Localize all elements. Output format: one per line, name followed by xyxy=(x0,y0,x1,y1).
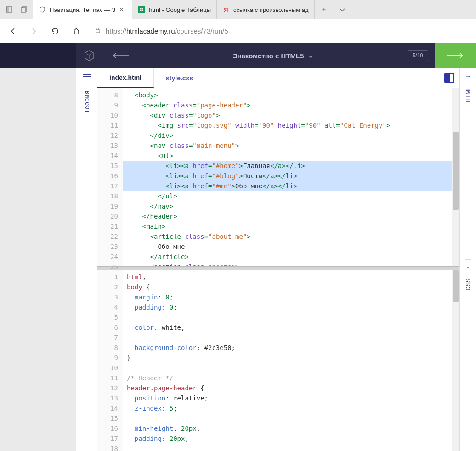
browser-tab-0[interactable]: Навигация. Тег nav — З ✕ xyxy=(33,0,132,19)
browser-tab-strip: Навигация. Тег nav — З ✕ html - Google Т… xyxy=(0,0,476,19)
main-area: Теория index.html style.css 891011121314… xyxy=(0,68,476,451)
new-tab-button[interactable]: ＋ xyxy=(315,0,333,19)
browser-tab-1[interactable]: html - Google Таблицы xyxy=(132,0,217,19)
file-tab-bar: index.html style.css xyxy=(97,68,459,88)
address-bar[interactable]: https://htmlacademy.ru/courses/73/run/5 xyxy=(89,23,471,39)
window-button-1[interactable] xyxy=(3,3,16,16)
left-gutter-pad xyxy=(0,68,76,451)
file-tab-index[interactable]: index.html xyxy=(97,68,154,88)
preview-rail-css[interactable]: ↑ CSS xyxy=(465,259,471,451)
pane-divider[interactable] xyxy=(97,266,459,270)
html-scrollbar[interactable] xyxy=(452,88,459,266)
svg-rect-1 xyxy=(6,7,9,12)
course-title[interactable]: Знакомство с HTML5 xyxy=(139,52,408,60)
shield-icon xyxy=(39,6,46,13)
svg-rect-3 xyxy=(21,8,26,12)
lock-icon xyxy=(95,27,101,35)
tab-title: Навигация. Тег nav — З xyxy=(50,6,115,13)
app-header-left-pad xyxy=(0,43,76,68)
chevron-down-icon xyxy=(308,52,313,60)
html-line-gutter: 8910111213141516171819202122232425 xyxy=(97,88,123,266)
app-logo[interactable] xyxy=(76,49,102,62)
tab-overflow-button[interactable] xyxy=(333,0,351,19)
home-button[interactable] xyxy=(68,23,85,39)
file-tab-style[interactable]: style.css xyxy=(154,68,205,88)
rail-label-html: HTML xyxy=(465,86,471,102)
address-url: https://htmlacademy.ru/courses/73/run/5 xyxy=(106,27,228,35)
course-title-text: Знакомство с HTML5 xyxy=(233,52,304,60)
css-scrollbar[interactable] xyxy=(452,270,459,451)
theory-label[interactable]: Теория xyxy=(83,90,91,113)
tab-title: html - Google Таблицы xyxy=(149,6,211,13)
app-header: Знакомство с HTML5 5/19 xyxy=(0,43,476,68)
step-counter: 5/19 xyxy=(408,50,428,61)
menu-icon[interactable] xyxy=(83,73,91,81)
next-step-button[interactable] xyxy=(435,43,476,68)
sheets-icon xyxy=(138,6,145,13)
editors-column: index.html style.css 8910111213141516171… xyxy=(97,68,459,451)
window-button-2[interactable] xyxy=(17,3,30,16)
layout-toggle-button[interactable] xyxy=(439,68,459,88)
theory-sidebar: Теория xyxy=(76,68,97,451)
yandex-icon: Я xyxy=(222,6,230,13)
css-code-area[interactable]: html,body { margin: 0; padding: 0; color… xyxy=(123,270,452,451)
html-code-area[interactable]: <body> <header class="page-header"> <div… xyxy=(123,88,452,266)
css-line-gutter: 123456789101112131415161718 xyxy=(97,270,123,451)
svg-rect-8 xyxy=(96,30,100,33)
css-editor[interactable]: 123456789101112131415161718 html,body { … xyxy=(97,270,459,451)
rail-label-css: CSS xyxy=(465,278,471,290)
close-icon[interactable]: ✕ xyxy=(119,6,126,13)
forward-button[interactable] xyxy=(26,23,42,39)
preview-rail: → HTML ↑ CSS xyxy=(459,68,476,451)
browser-tab-2[interactable]: Я ссылка с произвольным ад xyxy=(217,0,315,19)
arrow-right-icon: → xyxy=(465,73,471,80)
preview-rail-html[interactable]: → HTML xyxy=(465,68,471,259)
browser-toolbar: https://htmlacademy.ru/courses/73/run/5 xyxy=(0,19,476,43)
reload-button[interactable] xyxy=(47,23,63,39)
course-back-button[interactable] xyxy=(102,52,139,59)
html-editor[interactable]: 8910111213141516171819202122232425 <body… xyxy=(97,88,459,266)
back-button[interactable] xyxy=(5,23,21,39)
arrow-up-icon: ↑ xyxy=(466,265,470,272)
window-controls xyxy=(0,0,33,19)
tab-title: ссылка с произвольным ад xyxy=(233,6,309,13)
